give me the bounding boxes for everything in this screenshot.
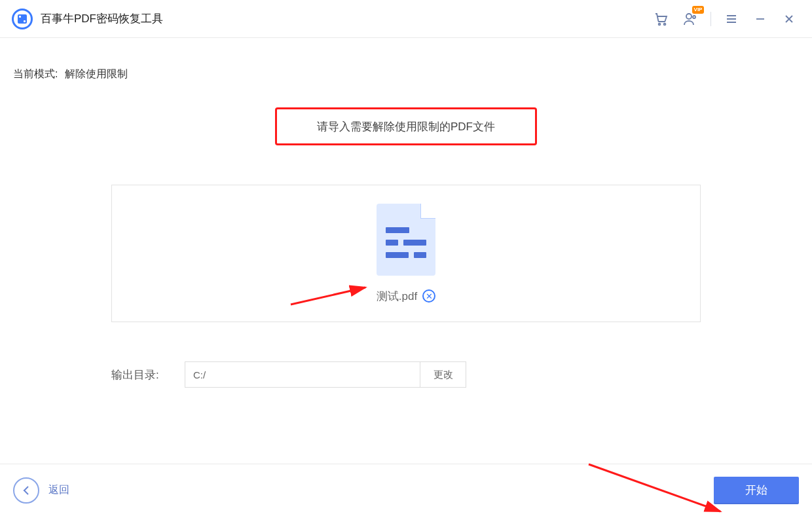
- file-drop-zone[interactable]: 测试.pdf ✕: [111, 185, 701, 322]
- titlebar-right: VIP: [650, 8, 800, 30]
- back-arrow-icon: [13, 477, 39, 504]
- remove-file-button[interactable]: ✕: [422, 289, 435, 303]
- titlebar: 百事牛PDF密码恢复工具 VIP: [0, 0, 812, 38]
- import-prompt-text: 请导入需要解除使用限制的PDF文件: [317, 119, 495, 134]
- svg-point-1: [664, 23, 666, 25]
- content-area: 当前模式: 解除使用限制 请导入需要解除使用限制的PDF文件 测试.pdf ✕: [0, 38, 812, 464]
- svg-point-0: [659, 23, 661, 25]
- mode-label: 当前模式:: [13, 68, 58, 79]
- svg-line-5: [589, 464, 720, 511]
- annotation-arrow-icon: [288, 284, 373, 310]
- document-icon: [377, 204, 435, 276]
- output-dir-label: 输出目录:: [111, 367, 169, 382]
- app-title: 百事牛PDF密码恢复工具: [41, 11, 163, 26]
- titlebar-left: 百事牛PDF密码恢复工具: [12, 9, 163, 29]
- output-dir-field: C:/ 更改: [185, 361, 466, 388]
- back-button[interactable]: 返回: [13, 477, 69, 504]
- selected-file-row: 测试.pdf ✕: [377, 289, 435, 304]
- change-output-button[interactable]: 更改: [420, 362, 466, 387]
- account-group[interactable]: VIP: [679, 8, 701, 30]
- mode-value: 解除使用限制: [65, 68, 128, 79]
- titlebar-separator: [710, 12, 711, 26]
- output-row: 输出目录: C:/ 更改: [111, 361, 701, 388]
- close-icon[interactable]: [778, 8, 800, 30]
- selected-file-name: 测试.pdf: [377, 289, 417, 304]
- svg-point-3: [693, 16, 695, 18]
- back-label: 返回: [48, 483, 69, 497]
- menu-icon[interactable]: [720, 8, 743, 30]
- svg-line-4: [291, 287, 365, 304]
- minimize-icon[interactable]: [749, 8, 771, 30]
- import-prompt-banner: 请导入需要解除使用限制的PDF文件: [275, 107, 537, 145]
- app-logo-icon: [12, 9, 33, 29]
- svg-point-2: [686, 14, 692, 19]
- vip-badge: VIP: [692, 6, 704, 14]
- cart-icon[interactable]: [650, 8, 673, 30]
- remove-file-glyph: ✕: [426, 291, 433, 301]
- mode-line: 当前模式: 解除使用限制: [13, 67, 799, 81]
- annotation-arrow-icon: [586, 460, 730, 516]
- output-dir-path[interactable]: C:/: [185, 362, 420, 387]
